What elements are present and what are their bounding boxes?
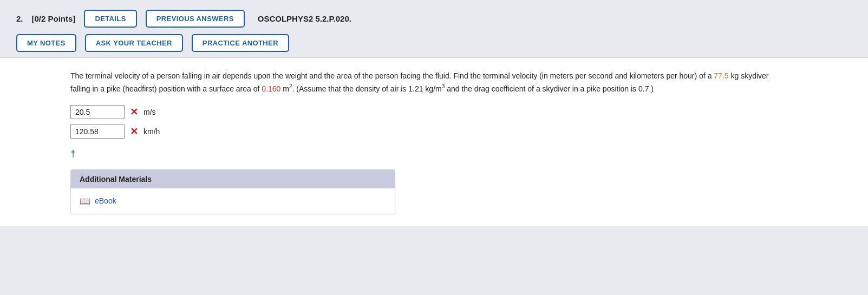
answer-input-ms[interactable] [70, 105, 125, 119]
unit-kmh: km/h [143, 127, 160, 136]
ask-teacher-button[interactable]: ASK YOUR TEACHER [85, 34, 183, 52]
additional-materials-body: 📖 eBook [71, 188, 395, 214]
ebook-icon: 📖 [80, 196, 90, 206]
header-row2: MY NOTES ASK YOUR TEACHER PRACTICE ANOTH… [16, 34, 852, 52]
practice-another-button[interactable]: PRACTICE ANOTHER [192, 34, 289, 52]
unit-ms: m/s [143, 108, 156, 116]
my-notes-button[interactable]: MY NOTES [16, 34, 76, 52]
details-button[interactable]: DETAILS [84, 10, 136, 28]
additional-materials: Additional Materials 📖 eBook [70, 169, 395, 214]
answer-row-1: ✕ m/s [70, 105, 852, 119]
problem-text-part1: The terminal velocity of a person fallin… [70, 71, 714, 80]
mass-value: 77.5 [714, 71, 728, 80]
dagger-symbol[interactable]: † [70, 148, 852, 160]
answer-rows: ✕ m/s ✕ km/h [70, 105, 852, 139]
ebook-link[interactable]: eBook [95, 196, 116, 205]
header-bar: 2. [0/2 Points] DETAILS PREVIOUS ANSWERS… [0, 0, 868, 58]
header-row1: 2. [0/2 Points] DETAILS PREVIOUS ANSWERS… [16, 10, 852, 28]
additional-materials-header: Additional Materials [71, 170, 395, 188]
answer-input-kmh[interactable] [70, 124, 125, 139]
previous-answers-button[interactable]: PREVIOUS ANSWERS [146, 10, 245, 28]
answer-row-2: ✕ km/h [70, 124, 852, 139]
wrong-icon-1: ✕ [130, 106, 138, 118]
problem-text: The terminal velocity of a person fallin… [70, 70, 774, 95]
points-label: [0/2 Points] [32, 14, 76, 23]
area-value: 0.160 [262, 84, 280, 93]
question-number: 2. [16, 14, 23, 23]
content-area: The terminal velocity of a person fallin… [0, 58, 868, 226]
problem-text-part3: m2. (Assume that the density of air is 1… [280, 84, 654, 93]
wrong-icon-2: ✕ [130, 126, 138, 137]
source-label: OSCOLPHYS2 5.2.P.020. [258, 14, 351, 23]
